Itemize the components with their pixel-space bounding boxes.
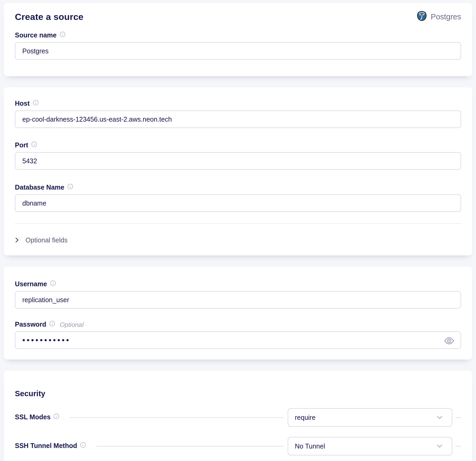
page-title: Create a source bbox=[15, 12, 83, 22]
chevron-down-icon bbox=[436, 444, 443, 449]
info-icon[interactable] bbox=[31, 141, 37, 150]
port-label: Port bbox=[15, 141, 28, 149]
ssh-tunnel-method-value: No Tunnel bbox=[295, 442, 325, 450]
ssl-modes-select[interactable]: require bbox=[288, 408, 452, 427]
connector-line bbox=[455, 417, 461, 418]
connection-card: Host Port Database Name bbox=[4, 87, 472, 255]
source-name-label: Source name bbox=[15, 31, 57, 39]
host-label: Host bbox=[15, 99, 30, 107]
divider bbox=[15, 223, 461, 224]
connector-badge: Postgres bbox=[417, 11, 461, 23]
ssh-tunnel-method-select[interactable]: No Tunnel bbox=[288, 437, 452, 455]
port-input[interactable] bbox=[15, 152, 461, 170]
ssl-modes-label: SSL Modes bbox=[15, 413, 50, 421]
connector-line bbox=[96, 446, 284, 447]
connector-name: Postgres bbox=[431, 12, 461, 21]
info-icon[interactable] bbox=[49, 321, 55, 329]
security-card: Security SSL Modes require SSH Tunnel Me… bbox=[4, 371, 472, 461]
info-icon[interactable] bbox=[50, 280, 56, 289]
connector-line bbox=[455, 446, 461, 447]
info-icon[interactable] bbox=[33, 100, 39, 108]
password-input[interactable] bbox=[15, 331, 461, 349]
host-input[interactable] bbox=[15, 110, 461, 128]
host-field: Host bbox=[15, 99, 461, 128]
info-icon[interactable] bbox=[80, 442, 86, 451]
username-input[interactable] bbox=[15, 291, 461, 309]
source-name-field: Source name bbox=[15, 31, 461, 60]
chevron-right-icon bbox=[15, 237, 19, 244]
source-name-input[interactable] bbox=[15, 42, 461, 60]
password-field: Password Optional bbox=[15, 320, 461, 349]
postgres-elephant-icon bbox=[417, 11, 427, 23]
info-icon[interactable] bbox=[60, 31, 66, 40]
chevron-down-icon bbox=[436, 415, 443, 420]
password-label: Password bbox=[15, 320, 46, 328]
port-field: Port bbox=[15, 141, 461, 170]
info-icon[interactable] bbox=[53, 413, 60, 422]
database-name-field: Database Name bbox=[15, 183, 461, 212]
optional-tag: Optional bbox=[60, 321, 83, 329]
info-icon[interactable] bbox=[67, 183, 73, 192]
credentials-card: Username Password Optional bbox=[4, 267, 472, 360]
create-source-card: Create a source Postgres Source nam bbox=[4, 3, 472, 76]
optional-fields-label: Optional fields bbox=[26, 236, 67, 244]
database-name-input[interactable] bbox=[15, 194, 461, 212]
ssh-tunnel-method-label: SSH Tunnel Method bbox=[15, 442, 77, 450]
ssl-modes-value: require bbox=[295, 414, 316, 421]
connector-line bbox=[70, 417, 284, 418]
eye-icon[interactable] bbox=[444, 337, 454, 345]
optional-fields-toggle[interactable]: Optional fields bbox=[15, 236, 461, 244]
ssh-tunnel-row: SSH Tunnel Method No Tunnel bbox=[15, 437, 461, 455]
card-header: Create a source Postgres bbox=[15, 11, 461, 22]
database-name-label: Database Name bbox=[15, 183, 64, 191]
username-field: Username bbox=[15, 280, 461, 309]
security-title: Security bbox=[15, 390, 461, 398]
username-label: Username bbox=[15, 280, 47, 288]
ssl-modes-row: SSL Modes require bbox=[15, 408, 461, 427]
